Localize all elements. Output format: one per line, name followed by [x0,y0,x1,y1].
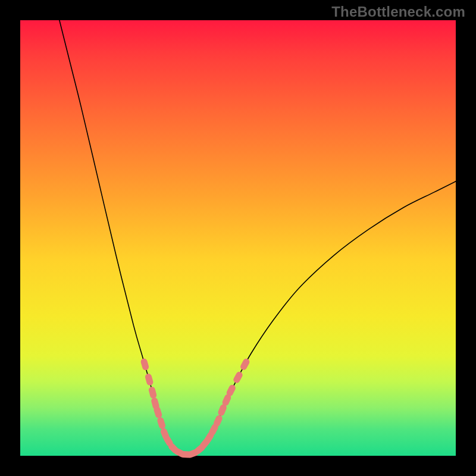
plot-area [20,20,456,456]
chart-svg [20,20,456,456]
marker [140,358,149,371]
curve-line [60,20,456,455]
marker [148,386,158,399]
marker [156,416,167,430]
marker [145,373,154,386]
chart-frame: TheBottleneck.com [0,0,476,476]
marker [232,371,243,384]
markers-group [140,358,250,459]
marker [239,358,250,371]
attribution-label: TheBottleneck.com [331,4,465,20]
